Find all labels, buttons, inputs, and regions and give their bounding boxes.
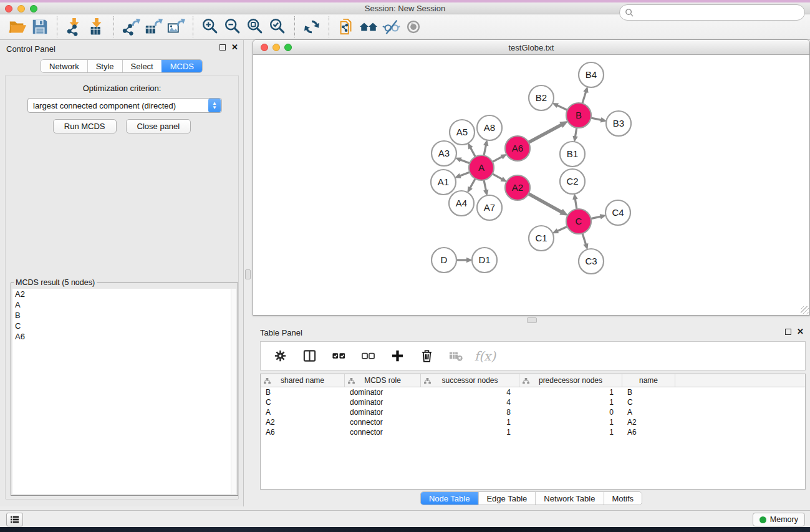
table-settings-button[interactable] (271, 347, 289, 365)
edge-B-B2[interactable] (552, 103, 567, 110)
add-column-button[interactable] (388, 347, 407, 365)
result-item[interactable]: C (12, 321, 231, 331)
close-panel-icon[interactable]: ✕ (797, 329, 804, 335)
result-item[interactable]: B (12, 310, 231, 321)
node-A2[interactable]: A2 (505, 175, 530, 200)
home-button[interactable] (357, 16, 380, 37)
table-tab-network-table[interactable]: Network Table (535, 492, 603, 505)
edge-C-C2[interactable] (572, 193, 577, 209)
mcds-result-list[interactable]: A2ABCA6 (12, 289, 231, 494)
save-session-button[interactable] (29, 16, 51, 37)
memory-button[interactable]: Memory (753, 513, 805, 526)
edge-A-A2[interactable] (493, 174, 508, 182)
table-row[interactable]: Bdominator41B (261, 387, 805, 397)
table-tab-motifs[interactable]: Motifs (603, 492, 642, 505)
search-input[interactable] (634, 6, 804, 19)
node-A6[interactable]: A6 (505, 136, 530, 161)
criterion-select[interactable]: largest connected component (directed) ▲… (27, 98, 222, 113)
hide-results-button[interactable] (380, 16, 402, 37)
column-header-MCDS-role[interactable]: MCDS role (345, 374, 421, 387)
export-table-button[interactable] (142, 16, 165, 37)
node-C[interactable]: C (566, 209, 591, 234)
edge-A-A3[interactable] (455, 157, 470, 163)
network-graph[interactable]: AA1A2A3A4A5A6A7A8BB1B2B3B4CC1C2C3C4DD1 (253, 55, 809, 315)
import-table-button[interactable] (85, 16, 108, 37)
zoom-in-button[interactable] (199, 16, 221, 37)
horizontal-splitter[interactable] (253, 316, 810, 325)
close-panel-icon[interactable]: ✕ (231, 44, 238, 51)
node-A3[interactable]: A3 (432, 141, 456, 166)
node-A[interactable]: A (469, 155, 494, 180)
edge-A-A7[interactable] (483, 180, 488, 196)
select-all-button[interactable] (329, 347, 348, 365)
edge-A-A1[interactable] (455, 172, 470, 178)
edge-A2-C[interactable] (529, 194, 569, 216)
column-header-predecessor-nodes[interactable]: predecessor nodes (519, 374, 622, 387)
vertical-splitter[interactable] (244, 40, 253, 506)
node-B4[interactable]: B4 (579, 62, 604, 87)
refresh-layout-button[interactable] (301, 16, 323, 37)
tab-select[interactable]: Select (122, 60, 162, 72)
resize-grip[interactable] (801, 306, 809, 314)
zoom-fit-button[interactable] (244, 16, 266, 37)
result-item[interactable]: A2 (12, 289, 231, 299)
splitter-handle[interactable] (527, 317, 537, 323)
tab-network[interactable]: Network (41, 60, 87, 72)
node-D1[interactable]: D1 (472, 248, 497, 273)
node-B1[interactable]: B1 (560, 142, 585, 167)
node-table[interactable]: shared nameMCDS rolesuccessor nodesprede… (260, 374, 806, 490)
table-row[interactable]: A6connector11A6 (261, 427, 805, 437)
task-history-button[interactable] (6, 513, 23, 526)
export-image-button[interactable] (165, 16, 187, 37)
tab-style[interactable]: Style (87, 60, 122, 72)
edge-A-A4[interactable] (467, 178, 475, 193)
edge-A-A5[interactable] (468, 143, 475, 157)
delete-column-button[interactable] (417, 347, 436, 365)
export-network-button[interactable] (120, 16, 142, 37)
search-field[interactable] (619, 4, 805, 21)
edge-C-C4[interactable] (591, 214, 607, 219)
deselect-all-button[interactable] (359, 347, 377, 365)
node-C3[interactable]: C3 (579, 249, 604, 274)
column-header-shared-name[interactable]: shared name (261, 374, 345, 387)
splitter-handle[interactable] (245, 269, 251, 279)
open-session-button[interactable] (6, 16, 29, 37)
edge-B-B4[interactable] (582, 86, 589, 104)
edge-B-B1[interactable] (572, 128, 577, 142)
node-C4[interactable]: C4 (605, 200, 630, 225)
node-B2[interactable]: B2 (529, 85, 554, 110)
column-visibility-button[interactable] (300, 347, 319, 365)
result-item[interactable]: A6 (12, 331, 231, 342)
run-mcds-button[interactable]: Run MCDS (53, 119, 117, 133)
node-A4[interactable]: A4 (449, 191, 474, 216)
result-scrollbar[interactable] (231, 289, 236, 494)
network-window-titlebar[interactable]: testGlobe.txt (253, 40, 809, 55)
node-B[interactable]: B (566, 103, 591, 128)
node-A7[interactable]: A7 (477, 195, 502, 220)
column-header-name[interactable]: name (622, 374, 675, 387)
show-results-button[interactable] (402, 16, 425, 37)
edge-A-A6[interactable] (493, 154, 508, 162)
edge-C-C1[interactable] (552, 226, 567, 233)
table-row[interactable]: Cdominator41C (261, 397, 805, 407)
edge-B-B3[interactable] (591, 117, 607, 122)
table-row[interactable]: A2connector11A2 (261, 417, 805, 427)
edge-A-A8[interactable] (483, 140, 488, 156)
close-panel-button[interactable]: Close panel (126, 119, 191, 133)
tab-mcds[interactable]: MCDS (162, 60, 202, 72)
result-item[interactable]: A (12, 299, 231, 310)
import-network-button[interactable] (63, 16, 85, 37)
table-tab-edge-table[interactable]: Edge Table (478, 492, 535, 505)
column-header-successor-nodes[interactable]: successor nodes (421, 374, 519, 387)
table-row[interactable]: Adominator80A (261, 407, 805, 417)
node-A1[interactable]: A1 (431, 170, 456, 195)
node-A8[interactable]: A8 (477, 115, 502, 140)
zoom-selected-button[interactable] (266, 16, 289, 37)
float-panel-icon[interactable] (785, 329, 791, 335)
clipboard-network-button[interactable] (335, 16, 357, 37)
node-C2[interactable]: C2 (560, 169, 585, 194)
table-tab-node-table[interactable]: Node Table (421, 492, 478, 505)
float-panel-icon[interactable] (219, 44, 226, 51)
network-canvas[interactable]: AA1A2A3A4A5A6A7A8BB1B2B3B4CC1C2C3C4DD1 (253, 55, 809, 315)
edge-D-D1[interactable] (456, 258, 473, 263)
